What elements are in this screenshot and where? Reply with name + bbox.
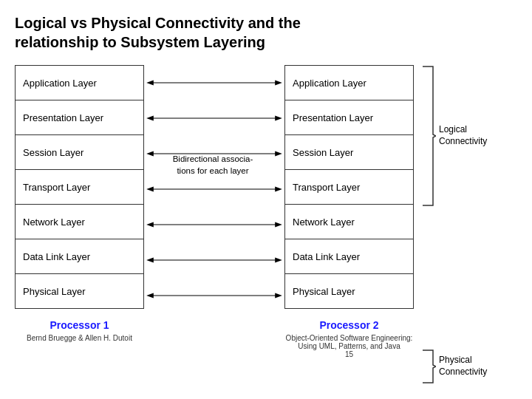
left-layer-0: Application Layer [15,65,144,100]
physical-connectivity-label: Physical Connectivity [439,355,492,378]
right-layer-2: Session Layer [284,134,414,170]
arrows-svg [144,65,284,313]
left-stack: Application LayerPresentation LayerSessi… [15,65,144,308]
physical-connectivity-brace: Physical Connectivity [420,349,492,384]
right-layer-5: Data Link Layer [284,239,414,274]
processor2-label: Processor 2 [284,319,414,331]
right-layer-6: Physical Layer [284,273,414,309]
middle-area: Bidirectional associa- tions for each la… [144,65,284,313]
footnote-spacer [144,334,284,358]
page-title: Logical vs Physical Connectivity and the… [15,13,517,52]
left-layer-6: Physical Layer [15,273,144,309]
processor-spacer [144,319,284,331]
footnote-left: Bernd Bruegge & Allen H. Dutoit [15,334,144,358]
left-layer-4: Network Layer [15,204,144,239]
logical-connectivity-label: Logical Connectivity [439,124,492,147]
physical-brace-icon [420,349,436,384]
right-layer-0: Application Layer [284,65,414,100]
left-layer-1: Presentation Layer [15,100,144,135]
right-stack: Application LayerPresentation LayerSessi… [284,65,414,308]
brace-container: Logical Connectivity Physical Connectivi… [420,65,492,313]
right-layer-3: Transport Layer [284,169,414,205]
processor-row: Processor 1 Processor 2 [15,319,517,331]
logical-connectivity-brace: Logical Connectivity [420,65,492,207]
logical-brace-icon [420,65,436,207]
title-line2: relationship to Subsystem Layering [15,34,265,50]
diagram-outer: Application LayerPresentation LayerSessi… [15,65,517,313]
left-layer-3: Transport Layer [15,169,144,205]
title-line1: Logical vs Physical Connectivity and the [15,15,301,31]
page: Logical vs Physical Connectivity and the… [0,0,532,399]
footnote-right: Object-Oriented Software Engineering: Us… [284,334,414,358]
right-layer-4: Network Layer [284,204,414,239]
processor1-label: Processor 1 [15,319,144,331]
left-layer-5: Data Link Layer [15,239,144,274]
right-layer-1: Presentation Layer [284,100,414,135]
left-layer-2: Session Layer [15,134,144,170]
